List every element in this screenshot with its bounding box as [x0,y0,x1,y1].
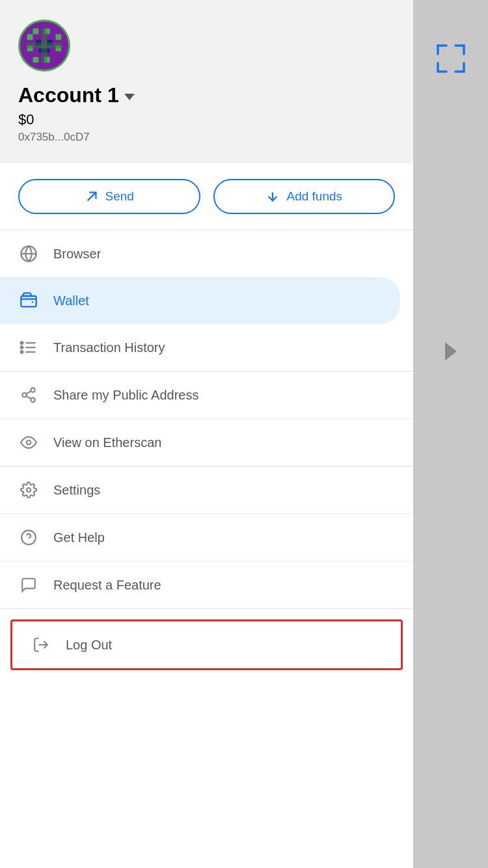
sidebar-item-browser[interactable]: Browser [0,230,413,277]
share-icon [18,385,39,405]
side-panel [413,0,488,868]
logout-label: Log Out [66,638,112,653]
eye-icon [18,432,39,453]
account-name-row[interactable]: Account 1 [18,83,395,107]
nav-section: Browser Wallet [0,230,413,372]
svg-rect-13 [27,43,62,49]
logout-item[interactable]: Log Out [10,619,403,670]
request-feature-label: Request a Feature [53,578,161,593]
settings-section: Settings Get Help Request a Feature [0,467,413,609]
account-dropdown-icon[interactable] [124,94,135,100]
svg-point-24 [21,351,23,353]
action-buttons: Send Add funds [0,163,413,230]
menu-section: Share my Public Address View on Ethersca… [0,372,413,467]
account-balance: $0 [18,111,395,128]
send-icon [85,189,99,204]
account-address: 0x735b...0cD7 [18,131,395,144]
get-help-label: Get Help [53,530,105,545]
settings-item[interactable]: Settings [0,467,413,514]
chevron-right-icon[interactable] [438,338,464,364]
share-address-label: Share my Public Address [53,388,198,403]
svg-point-22 [21,342,23,344]
chat-icon [18,575,39,595]
etherscan-item[interactable]: View on Etherscan [0,419,413,466]
add-funds-label: Add funds [286,189,342,204]
sidebar-item-wallet[interactable]: Wallet [0,277,400,324]
get-help-item[interactable]: Get Help [0,514,413,562]
account-header: Account 1 $0 0x735b...0cD7 [0,0,413,163]
svg-line-14 [87,193,96,201]
settings-icon [18,480,39,500]
svg-line-29 [26,391,31,394]
svg-point-26 [22,393,27,398]
svg-rect-18 [21,296,36,306]
etherscan-label: View on Etherscan [53,435,161,450]
send-button[interactable]: Send [18,179,200,214]
send-label: Send [105,189,134,204]
svg-rect-4 [56,34,62,40]
svg-point-30 [27,441,31,445]
transaction-history-icon [18,337,39,358]
request-feature-item[interactable]: Request a Feature [0,562,413,608]
share-address-item[interactable]: Share my Public Address [0,372,413,419]
svg-point-31 [27,488,31,493]
account-name: Account 1 [18,83,119,107]
svg-rect-7 [33,57,39,63]
add-funds-button[interactable]: Add funds [213,179,396,214]
avatar [18,20,70,72]
scan-icon [435,42,467,75]
main-panel: Account 1 $0 0x735b...0cD7 Send Add fund… [0,0,413,868]
globe-icon [18,243,39,264]
settings-label: Settings [53,483,100,498]
wallet-icon [18,290,39,311]
svg-point-27 [31,398,35,402]
browser-label: Browser [53,247,101,262]
svg-point-23 [21,346,23,349]
svg-rect-3 [27,34,33,40]
avatar-image [21,23,67,68]
sidebar-item-transaction-history[interactable]: Transaction History [0,324,413,371]
bottom-section: Log Out [0,609,413,868]
svg-line-28 [26,396,31,399]
scan-icon-container[interactable] [431,39,470,78]
svg-point-25 [31,388,35,392]
transaction-history-label: Transaction History [53,340,165,355]
help-icon [18,527,39,548]
svg-rect-1 [33,29,39,34]
add-funds-icon [265,189,280,204]
logout-icon [31,634,51,655]
wallet-label: Wallet [53,293,89,308]
